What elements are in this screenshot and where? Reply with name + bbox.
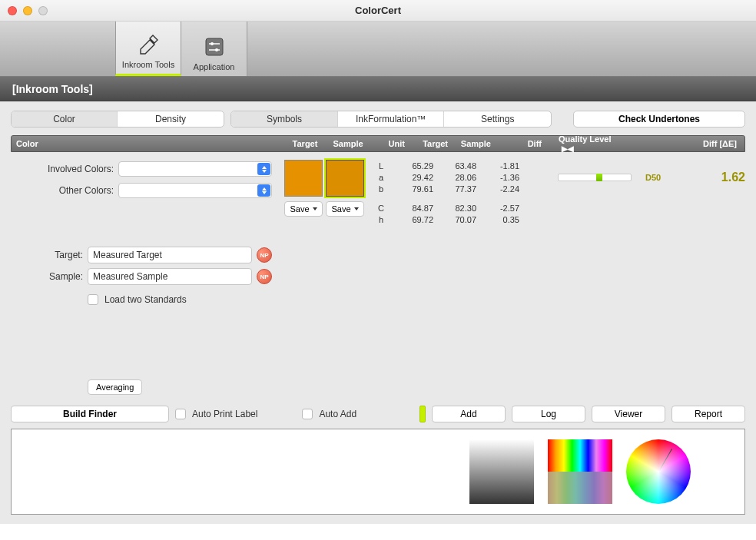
- window-title: ColorCert: [0, 5, 756, 16]
- inkroom-tools-label: Inkroom Tools: [122, 60, 174, 69]
- tab-symbols[interactable]: Symbols: [231, 111, 338, 127]
- col-quality: Quality Level ▶◀: [546, 134, 628, 153]
- np-badge-sample[interactable]: NP: [257, 269, 272, 284]
- column-header: Color Target Sample Unit Target Sample D…: [11, 135, 745, 152]
- target-input[interactable]: [88, 247, 252, 263]
- col-diffde: Diff [ΔE]: [628, 139, 744, 148]
- col-diff: Diff: [496, 139, 546, 148]
- col-unit: Unit: [371, 139, 410, 148]
- lightness-gradient-preview: [469, 439, 534, 504]
- involved-colors-label: Involved Colors:: [11, 164, 118, 174]
- build-finder-button[interactable]: Build Finder: [11, 406, 169, 422]
- auto-add-label: Auto Add: [319, 409, 356, 419]
- save-target-button[interactable]: Save: [284, 201, 323, 217]
- application-label: Application: [194, 62, 235, 71]
- col-color: Color: [12, 139, 285, 148]
- col-target-swatch: Target: [285, 139, 325, 148]
- np-badge-target[interactable]: NP: [257, 247, 272, 263]
- eyedropper-icon: [136, 32, 161, 57]
- add-button[interactable]: Add: [432, 406, 506, 422]
- auto-print-label-checkbox[interactable]: [175, 409, 186, 419]
- window-titlebar: ColorCert: [0, 0, 756, 22]
- tab-density[interactable]: Density: [118, 111, 224, 127]
- auto-print-label-label: Auto Print Label: [192, 409, 257, 419]
- sliders-icon: [202, 35, 227, 59]
- color-wheel-needle-icon: [658, 449, 672, 472]
- viewer-button[interactable]: Viewer: [592, 406, 665, 422]
- quality-arrows-icon: ▶◀: [562, 144, 574, 153]
- tab-color[interactable]: Color: [12, 111, 118, 127]
- col-target: Target: [410, 139, 453, 148]
- auto-add-checkbox[interactable]: [302, 409, 313, 419]
- save-sample-button[interactable]: Save: [326, 201, 364, 217]
- mode-tabs-1: Color Density: [11, 111, 224, 128]
- load-two-standards-label: Load two Standards: [104, 294, 187, 305]
- report-button[interactable]: Report: [671, 406, 745, 422]
- log-button[interactable]: Log: [512, 406, 585, 422]
- application-button[interactable]: Application: [181, 22, 247, 76]
- tab-inkformulation[interactable]: InkFormulation™: [338, 111, 445, 127]
- load-two-standards-checkbox[interactable]: [88, 294, 98, 305]
- chevron-updown-icon: [257, 184, 270, 197]
- svg-point-4: [215, 48, 218, 51]
- target-swatch: [284, 160, 323, 197]
- averaging-button[interactable]: Averaging: [88, 379, 142, 395]
- illuminant-label: D50: [645, 173, 661, 182]
- sample-swatch: [326, 160, 364, 197]
- preview-panel: [11, 429, 745, 515]
- svg-rect-0: [206, 38, 223, 55]
- other-colors-select[interactable]: [118, 183, 272, 198]
- inkroom-tools-button[interactable]: Inkroom Tools: [115, 22, 181, 76]
- sample-input[interactable]: [88, 268, 252, 285]
- chevron-updown-icon: [257, 163, 270, 175]
- lab-table: L65.2963.48-1.81 a29.4228.06-1.36 b79.61…: [372, 160, 519, 395]
- quality-level-bar: [558, 174, 632, 181]
- main-toolbar: Inkroom Tools Application: [0, 22, 756, 77]
- section-header: [Inkroom Tools]: [0, 77, 756, 101]
- delta-e-value: 1.62: [721, 171, 745, 184]
- color-wheel-preview: [626, 439, 691, 504]
- svg-point-3: [211, 42, 214, 45]
- other-colors-label: Other Colors:: [11, 185, 118, 196]
- status-indicator: [419, 406, 426, 422]
- sample-label: Sample:: [11, 271, 88, 282]
- involved-colors-select[interactable]: [118, 161, 272, 177]
- tab-settings[interactable]: Settings: [444, 111, 551, 127]
- check-undertones-button[interactable]: Check Undertones: [573, 111, 745, 128]
- col-sample: Sample: [453, 139, 496, 148]
- target-label: Target:: [11, 250, 88, 260]
- col-sample-swatch: Sample: [325, 139, 371, 148]
- mode-tabs-2: Symbols InkFormulation™ Settings: [230, 111, 552, 128]
- hue-gradient-preview: [548, 439, 612, 504]
